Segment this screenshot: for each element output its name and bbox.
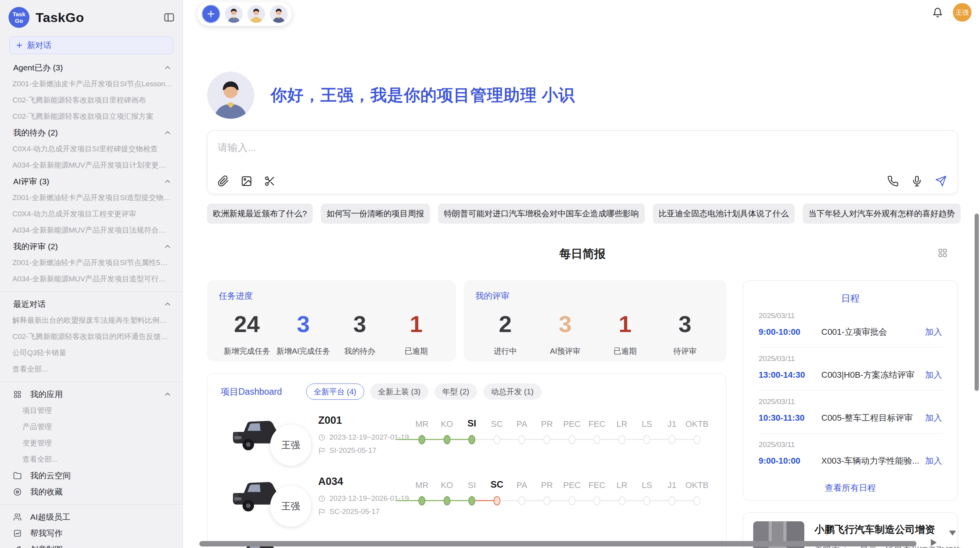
sidebar-section-header[interactable]: 我的评审 (2) xyxy=(0,238,183,255)
user-avatar[interactable]: 王强 xyxy=(953,3,971,22)
sidebar-item[interactable]: Z001-全新燃油轻卡产品开发项目SI节点属性5D文件评审 xyxy=(0,255,183,271)
suggestion-chip[interactable]: 欧洲新规最近颁布了什么? xyxy=(207,204,313,224)
sidebar-tool-item[interactable]: AI超级员工 xyxy=(0,509,183,525)
section-title: Agent已办 (3) xyxy=(13,62,63,73)
sidebar-item-link[interactable]: 我的云空间 xyxy=(0,468,183,484)
add-assistant-button[interactable] xyxy=(202,5,220,23)
join-meeting-link[interactable]: 加入 xyxy=(925,412,942,424)
chat-input[interactable] xyxy=(218,141,947,163)
stat-label: 已逾期 xyxy=(388,346,444,356)
layout-grid-icon[interactable] xyxy=(937,248,948,258)
dashboard-tab[interactable]: 动总开发 (1) xyxy=(483,384,541,400)
sidebar-item[interactable]: Z001-全新燃油轻卡产品开发项目SI造型提交物评审 xyxy=(0,190,183,206)
milestone-label: KO xyxy=(441,419,453,429)
join-meeting-link[interactable]: 加入 xyxy=(925,369,942,381)
join-meeting-link[interactable]: 加入 xyxy=(925,455,942,467)
daily-briefing-title: 每日简报 xyxy=(559,246,606,262)
chevron-up-icon[interactable] xyxy=(163,242,172,251)
sidebar-section-header[interactable]: 最近对话 xyxy=(0,296,183,312)
milestone-label: PEC xyxy=(563,480,581,490)
milestone-label: MR xyxy=(415,419,428,429)
assistant-avatar[interactable] xyxy=(225,5,243,23)
dashboard-tab[interactable]: 全新上装 (3) xyxy=(370,384,428,400)
dashboard-tab[interactable]: 年型 (2) xyxy=(435,384,477,400)
chevron-up-icon[interactable] xyxy=(163,177,172,186)
scroll-right-arrow[interactable] xyxy=(931,539,937,546)
send-icon[interactable] xyxy=(935,175,947,187)
dashboard-tab[interactable]: 全新平台 (4) xyxy=(306,384,364,400)
chevron-up-icon[interactable] xyxy=(163,300,172,308)
attachment-icon[interactable] xyxy=(218,175,229,187)
sidebar-item[interactable]: A034-全新新能源MUV产品开发项目计划变更表编写 xyxy=(0,157,183,173)
avatar-illustration xyxy=(270,5,288,23)
sidebar-item-label: AI超级员工 xyxy=(30,512,70,522)
schedule-event: 2025/03/1110:30-11:30C005-整车工程目标评审加入 xyxy=(757,390,944,433)
vertical-scrollbar-thumb[interactable] xyxy=(975,214,979,391)
milestone-dot xyxy=(569,496,576,505)
event-date: 2025/03/11 xyxy=(759,440,942,449)
clock-icon xyxy=(318,495,326,502)
sidebar-item[interactable]: A034-全新新能源MUV产品开发项目造型可行性评审 xyxy=(0,271,183,287)
suggestion-chip[interactable]: 比亚迪全固态电池计划具体说了什么 xyxy=(653,204,795,224)
recent-conversation-item[interactable]: C02-飞腾新能源轻客改款项目的闭环通告反馈情况 xyxy=(0,329,183,345)
notification-bell-icon[interactable] xyxy=(932,7,943,18)
chevron-up-icon[interactable] xyxy=(163,128,172,137)
stat-value: 2 xyxy=(475,311,535,337)
sidebar-tool-item[interactable]: 帮我写作 xyxy=(0,525,183,541)
milestone-label: PEC xyxy=(563,419,581,429)
sidebar-item[interactable]: C0X4-动力总成开发项目工程变更评审 xyxy=(0,206,183,222)
recent-conversation-item[interactable]: 公司Q3轻卡销量 xyxy=(0,345,183,361)
stat-item: 1已逾期 xyxy=(595,311,655,356)
milestone-dot xyxy=(618,435,625,444)
sidebar-section-header[interactable]: AI评审 (3) xyxy=(0,173,183,190)
project-dashboard-card: 项目Dashboard 全新平台 (4)全新上装 (3)年型 (2)动总开发 (… xyxy=(207,373,726,548)
view-all-conversations-link[interactable]: 查看全部... xyxy=(0,361,183,377)
project-code[interactable]: A034 xyxy=(318,476,409,488)
recent-conversation-item[interactable]: 解释最新出台的欧盟报废车法规再生塑料比例被调至15%... xyxy=(0,312,183,329)
collapse-sidebar-icon[interactable] xyxy=(163,12,175,23)
sidebar-item[interactable]: Z001-全新燃油皮卡产品开发项目SI节点Lesson Learn报告 xyxy=(0,76,183,92)
sidebar-app-item[interactable]: 查看全部... xyxy=(0,451,183,468)
section-title: 我的评审 (2) xyxy=(13,241,58,252)
image-upload-icon[interactable] xyxy=(241,175,252,187)
avatar-illustration xyxy=(225,5,243,23)
greeting-text: 你好，王强，我是你的项目管理助理 小识 xyxy=(271,84,575,106)
chevron-up-icon[interactable] xyxy=(163,390,172,399)
sidebar-item[interactable]: C02-飞腾新能源轻客改款项目里程碑画布 xyxy=(0,92,183,108)
news-title: 小鹏飞行汽车制造公司增资 xyxy=(814,523,969,536)
sidebar-item-my-apps[interactable]: 我的应用 xyxy=(0,386,183,402)
right-column: 日程 2025/03/119:00-10:00C001-立项审批会加入2025/… xyxy=(743,280,958,548)
sidebar-app-item[interactable]: 产品管理 xyxy=(0,419,183,435)
sidebar-app-item[interactable]: 变更管理 xyxy=(0,435,183,451)
milestone-label: PA xyxy=(517,419,528,429)
sidebar-item[interactable]: A034-全新新能源MUV产品开发项目法规符合性评审 xyxy=(0,222,183,238)
scroll-down-arrow[interactable] xyxy=(949,531,956,536)
horizontal-scrollbar-thumb[interactable] xyxy=(199,541,917,546)
sidebar-item-link[interactable]: 我的收藏 xyxy=(0,484,183,500)
chevron-up-icon[interactable] xyxy=(163,63,172,72)
join-meeting-link[interactable]: 加入 xyxy=(925,326,942,338)
microphone-icon[interactable] xyxy=(911,175,923,187)
new-chat-button[interactable]: 新对话 xyxy=(9,36,173,54)
sidebar: Task Go TaskGo 新对话 Agent已办 (3)Z001-全新燃油皮… xyxy=(0,0,183,548)
assistant-avatar[interactable] xyxy=(270,5,288,23)
sidebar-section-header[interactable]: Agent已办 (3) xyxy=(0,60,183,76)
screenshot-scissors-icon[interactable] xyxy=(264,175,276,187)
suggestion-chip[interactable]: 当下年轻人对汽车外观有怎样的喜好趋势 xyxy=(803,204,961,224)
view-all-schedule-link[interactable]: 查看所有日程 xyxy=(757,476,944,500)
taskgo-app-window: Task Go TaskGo 新对话 Agent已办 (3)Z001-全新燃油皮… xyxy=(0,0,980,548)
stat-value: 3 xyxy=(535,311,595,337)
logo-text-top: Task xyxy=(12,11,25,17)
sidebar-item[interactable]: C0X4-动力总成开发项目SI里程碑提交物检查 xyxy=(0,141,183,157)
sidebar-app-item[interactable]: 项目管理 xyxy=(0,402,183,419)
voice-call-icon[interactable] xyxy=(887,175,899,187)
suggestion-chip[interactable]: 特朗普可能对进口汽车增税会对中国车企造成哪些影响 xyxy=(438,204,645,224)
assistant-avatar[interactable] xyxy=(247,5,265,23)
sidebar-tool-item[interactable]: 创意制图 xyxy=(0,541,183,548)
sidebar-item[interactable]: C02-飞腾新能源轻客改款项目立项汇报方案 xyxy=(0,108,183,125)
sidebar-section-header[interactable]: 我的待办 (2) xyxy=(0,125,183,141)
suggestion-chip[interactable]: 如何写一份清晰的项目周报 xyxy=(321,204,430,224)
project-code[interactable]: Z001 xyxy=(318,414,409,426)
schedule-list: 2025/03/119:00-10:00C001-立项审批会加入2025/03/… xyxy=(757,305,944,476)
stat-item: 1已逾期 xyxy=(388,311,444,356)
